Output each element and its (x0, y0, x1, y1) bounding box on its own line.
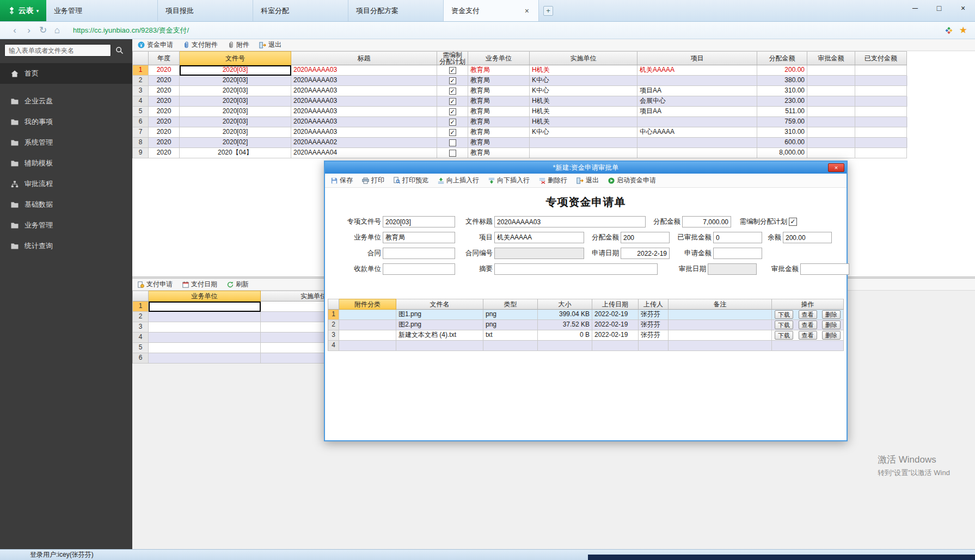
column-header-file-name[interactable]: 文件名 (396, 299, 483, 310)
table-row[interactable]: 3新建文本文档 (4).txttxt0 B2022-02-19张芬芬下载查看删除 (328, 330, 844, 341)
column-header-file-size[interactable]: 大小 (538, 299, 592, 310)
table-row[interactable]: 820202020[02]2020AAAAA02教育局600.00 (133, 138, 907, 148)
app-menu-button[interactable]: 云表 ▾ (0, 0, 46, 21)
column-header-note[interactable]: 备注 (669, 299, 772, 310)
column-header-upload-date[interactable]: 上传日期 (592, 299, 639, 310)
table-row[interactable]: 320202020[03]2020AAAAA03✓教育局K中心项目AA310.0… (133, 86, 907, 96)
table-row[interactable]: 1图1.pngpng399.04 KB2022-02-19张芬芬下载查看删除 (328, 310, 844, 320)
delete-button[interactable]: 删除 (822, 321, 841, 329)
sidebar-item-statistics-query[interactable]: 统计查询 (0, 236, 132, 256)
table-row[interactable]: 720202020[03]2020AAAAA03✓教育局K中心中心AAAAA31… (133, 127, 907, 138)
toolbar-button-refresh[interactable]: 刷新 (227, 280, 249, 289)
toolbar-button-insert-row-above[interactable]: 向上插入行 (438, 176, 479, 185)
field-input-doc-no[interactable] (383, 216, 455, 227)
checkbox-checked[interactable]: ✓ (789, 218, 797, 226)
column-header-category[interactable]: 附件分类 (339, 299, 396, 310)
tab-project-approval[interactable]: 项目报批 (158, 0, 253, 21)
toolbar-button-start-fund-apply[interactable]: 启动资金申请 (608, 176, 656, 185)
checkbox-checked[interactable]: ✓ (449, 129, 456, 136)
toolbar-button-payment-attachment[interactable]: 支付附件 (183, 40, 218, 50)
checkbox-checked[interactable]: ✓ (449, 88, 456, 95)
toolbar-button-save[interactable]: 保存 (331, 176, 353, 185)
field-input-apply-amount[interactable] (713, 248, 762, 259)
new-tab-button[interactable]: + (543, 6, 553, 16)
field-input-balance[interactable] (783, 232, 832, 243)
search-icon[interactable] (115, 46, 124, 54)
checkbox-checked[interactable]: ✓ (449, 77, 456, 84)
toolbar-button-payment-date[interactable]: 支付日期 (182, 280, 217, 289)
refresh-icon[interactable]: ↻ (36, 24, 50, 36)
view-button[interactable]: 查看 (799, 321, 817, 329)
table-row[interactable]: 2图2.pngpng37.52 KB2022-02-19张芬芬下载查看删除 (328, 320, 844, 330)
toolbar-button-fund-apply[interactable]: 资金申请 (138, 40, 173, 50)
column-header-approve-amount[interactable]: 审批金额 (807, 51, 855, 65)
column-header-num[interactable] (133, 291, 149, 301)
table-row[interactable]: 520202020[03]2020AAAAA03✓教育局H机关项目AA511.0… (133, 107, 907, 117)
column-header-year[interactable]: 年度 (149, 51, 180, 65)
dialog-close-button[interactable]: × (828, 163, 844, 172)
field-input-payee[interactable] (383, 263, 455, 275)
sidebar-item-my-tasks[interactable]: 我的事项 (0, 112, 132, 132)
field-input-summary[interactable] (494, 263, 658, 275)
forward-icon[interactable]: › (22, 25, 36, 36)
table-row[interactable]: 220202020[03]2020AAAAA03✓教育局K中心380.00 (133, 76, 907, 86)
checkbox-checked[interactable]: ✓ (449, 98, 456, 105)
tab-close-icon[interactable]: × (523, 7, 531, 15)
column-header-impl-unit[interactable]: 实施单位 (530, 51, 637, 65)
checkbox-unchecked[interactable] (449, 150, 456, 157)
field-input-approve-date[interactable] (708, 263, 757, 275)
home-icon[interactable]: ⌂ (50, 25, 64, 36)
toolbar-button-print[interactable]: 打印 (362, 176, 384, 185)
download-button[interactable]: 下载 (775, 321, 793, 329)
tab-department-allocation[interactable]: 科室分配 (253, 0, 348, 21)
checkbox-unchecked[interactable] (449, 139, 456, 146)
sidebar-item-base-data[interactable]: 基础数据 (0, 194, 132, 215)
column-header-paid-amount[interactable]: 已支付金额 (855, 51, 907, 65)
tab-project-allocation-plan[interactable]: 项目分配方案 (348, 0, 444, 21)
column-header-project[interactable]: 项目 (637, 51, 757, 65)
download-button[interactable]: 下载 (775, 331, 793, 340)
field-input-apply-date[interactable] (621, 248, 670, 259)
toolbar-button-exit[interactable]: 退出 (577, 176, 599, 185)
column-header-num[interactable] (328, 299, 339, 310)
table-row[interactable]: 920202020【04】2020AAAAA04教育局8,000.00 (133, 148, 907, 158)
toolbar-button-payment-apply[interactable]: 支付申请 (138, 280, 173, 289)
sidebar-item-system-management[interactable]: 系统管理 (0, 132, 132, 153)
view-button[interactable]: 查看 (799, 310, 817, 319)
sidebar-item-home[interactable]: 首页 (0, 63, 132, 84)
column-header-biz-unit[interactable]: 业务单位 (468, 51, 530, 65)
column-header-actions[interactable]: 操作 (772, 299, 844, 310)
field-input-approve-amount[interactable] (800, 263, 849, 275)
maximize-button[interactable]: □ (927, 0, 951, 16)
tab-business-management[interactable]: 业务管理 (46, 0, 158, 21)
sidebar-item-enterprise-cloud[interactable]: 企业云盘 (0, 91, 132, 112)
toolbar-button-exit[interactable]: 退出 (259, 40, 281, 50)
table-row[interactable]: 120202020[03]2020AAAAA03✓教育局H机关机关AAAAA20… (133, 65, 907, 76)
sidebar-item-business-management[interactable]: 业务管理 (0, 215, 132, 236)
toolbar-button-attachment[interactable]: 附件 (228, 40, 249, 50)
url-text[interactable]: https://cc.iyunbiao.cn/9283/资金支付/ (73, 26, 189, 35)
delete-button[interactable]: 删除 (822, 331, 841, 340)
column-header-doc-no[interactable]: 文件号 (180, 51, 291, 65)
tab-fund-payment[interactable]: 资金支付× (444, 0, 539, 21)
field-input-approved-amount[interactable] (713, 232, 762, 243)
field-input-doc-title[interactable] (494, 216, 646, 227)
checkbox-checked[interactable]: ✓ (449, 119, 456, 126)
field-input-alloc-amount[interactable] (621, 232, 670, 243)
minimize-button[interactable]: ─ (903, 0, 927, 16)
delete-button[interactable]: 删除 (822, 310, 841, 319)
toolbar-button-delete-row[interactable]: 删除行 (539, 176, 567, 185)
table-row[interactable]: 4 (328, 341, 844, 351)
checkbox-checked[interactable]: ✓ (449, 108, 456, 115)
sidebar-item-approval-flow[interactable]: 审批流程 (0, 174, 132, 194)
column-header-num[interactable] (133, 51, 149, 65)
search-input[interactable] (4, 44, 111, 57)
toolbar-button-print-preview[interactable]: 打印预览 (394, 176, 428, 185)
field-input-project[interactable] (494, 232, 584, 243)
field-input-contract-no[interactable] (494, 248, 584, 259)
sidebar-item-auxiliary-templates[interactable]: 辅助模板 (0, 153, 132, 174)
table-row[interactable]: 420202020[03]2020AAAAA03✓教育局H机关会展中心230.0… (133, 96, 907, 107)
column-header-uploader[interactable]: 上传人 (639, 299, 669, 310)
column-header-biz-unit[interactable]: 业务单位 (149, 291, 261, 301)
field-input-contract[interactable] (383, 248, 455, 259)
